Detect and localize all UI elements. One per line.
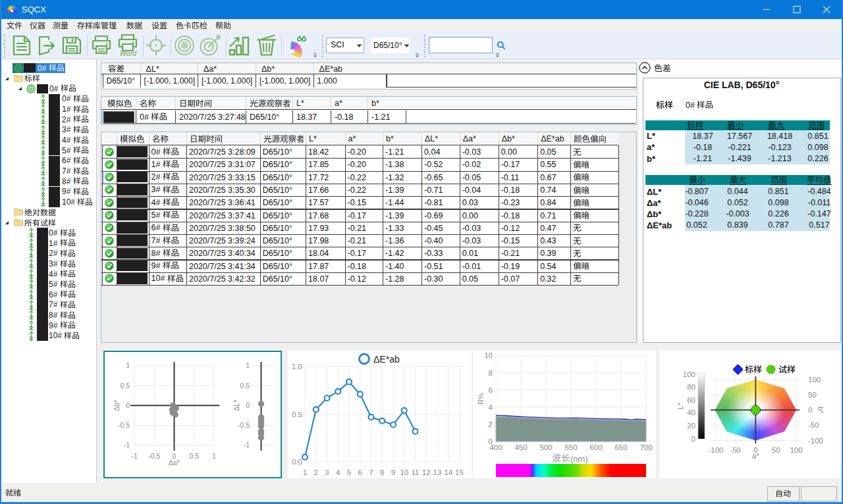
svg-text:14: 14 — [444, 468, 452, 476]
svg-text:8: 8 — [489, 369, 493, 377]
svg-text:4: 4 — [336, 468, 340, 476]
svg-text:11: 11 — [412, 468, 420, 476]
svg-text:1: 1 — [212, 452, 216, 460]
svg-text:9: 9 — [391, 468, 395, 476]
svg-text:6: 6 — [358, 468, 362, 476]
svg-text:Δa*: Δa* — [169, 459, 180, 466]
svg-text:400: 400 — [489, 443, 502, 451]
svg-text:4: 4 — [489, 403, 493, 411]
svg-text:0: 0 — [246, 401, 250, 409]
svg-text:10: 10 — [484, 351, 493, 359]
svg-text:-0.5: -0.5 — [148, 452, 160, 460]
svg-text:15: 15 — [455, 468, 464, 476]
svg-text:6: 6 — [489, 386, 493, 394]
svg-text:700: 700 — [639, 443, 652, 451]
svg-text:0.5: 0.5 — [189, 452, 199, 460]
svg-text:10: 10 — [400, 468, 408, 476]
svg-text:-0.5: -0.5 — [118, 421, 130, 429]
svg-text:0.0: 0.0 — [292, 458, 302, 466]
svg-text:-1: -1 — [124, 441, 130, 449]
svg-text:5: 5 — [347, 468, 351, 476]
svg-text:ΔE*ab: ΔE*ab — [373, 354, 400, 365]
svg-text:0.5: 0.5 — [120, 382, 130, 390]
svg-text:Δb*: Δb* — [113, 400, 121, 411]
svg-text:-1: -1 — [132, 452, 138, 460]
svg-text:1: 1 — [303, 468, 307, 476]
svg-text:500: 500 — [539, 443, 552, 451]
svg-text:600: 600 — [589, 443, 602, 451]
svg-text:1: 1 — [126, 361, 130, 369]
svg-text:8: 8 — [380, 468, 384, 476]
svg-text:ΔL*: ΔL* — [232, 400, 240, 411]
svg-text:0.5: 0.5 — [292, 411, 302, 418]
svg-text:0.5: 0.5 — [240, 382, 250, 390]
svg-text:3: 3 — [325, 468, 329, 476]
svg-text:R%: R% — [477, 393, 485, 405]
svg-text:0: 0 — [126, 401, 130, 409]
svg-text:650: 650 — [614, 443, 627, 451]
svg-text:12: 12 — [422, 468, 431, 476]
svg-text:2: 2 — [489, 420, 493, 428]
svg-text:550: 550 — [564, 443, 577, 451]
svg-text:Word: Word — [120, 49, 137, 57]
svg-text:7: 7 — [369, 468, 373, 476]
svg-text:-0.5: -0.5 — [238, 421, 250, 429]
svg-text:450: 450 — [514, 443, 527, 451]
svg-text:-1: -1 — [244, 441, 250, 449]
svg-text:2: 2 — [314, 468, 318, 476]
svg-text:1: 1 — [246, 361, 250, 369]
svg-text:1.0: 1.0 — [292, 363, 302, 370]
svg-text:13: 13 — [433, 468, 442, 476]
